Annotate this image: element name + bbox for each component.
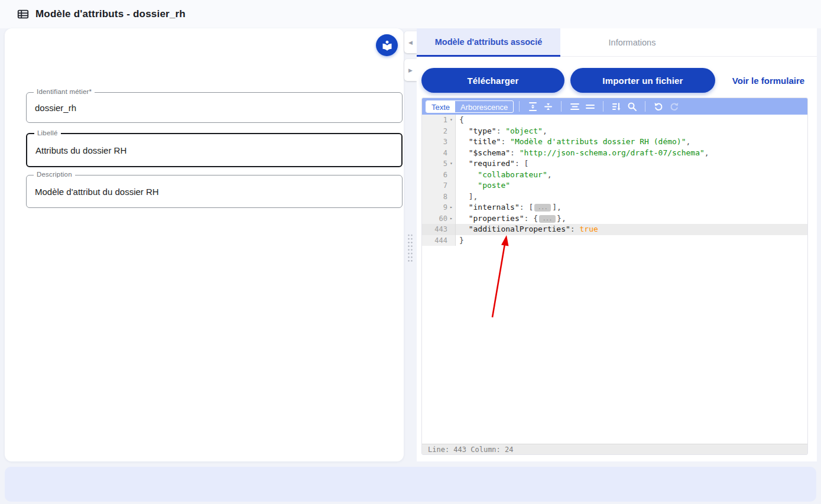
code-line-content[interactable]: ], bbox=[456, 191, 807, 203]
description-input[interactable] bbox=[27, 175, 402, 207]
json-punctuation: : bbox=[497, 126, 506, 135]
code-line-content[interactable]: "properties": {...}, bbox=[456, 213, 807, 225]
json-string-value: "Modèle d'attributs dossier RH (démo)" bbox=[510, 137, 686, 146]
collapsed-content-badge[interactable]: ... bbox=[534, 204, 551, 212]
compact-json-icon[interactable] bbox=[582, 100, 598, 113]
editor-status-bar: Line: 443 Column: 24 bbox=[422, 444, 807, 454]
tab-modele-attributs-associe[interactable]: Modèle d'attributs associé bbox=[417, 28, 560, 57]
panel-resize-handle[interactable] bbox=[407, 233, 413, 262]
json-punctuation: : bbox=[501, 137, 510, 146]
tabbar: Modèle d'attributs associé Informations bbox=[417, 28, 817, 57]
collapsed-content-badge[interactable]: ... bbox=[539, 215, 556, 223]
code-line-content[interactable]: "poste" bbox=[456, 180, 807, 191]
mode-tree-button[interactable]: Arborescence bbox=[455, 101, 513, 112]
book-icon bbox=[381, 40, 393, 51]
json-punctuation bbox=[459, 225, 469, 233]
line-number: 8 bbox=[443, 191, 447, 203]
search-icon[interactable] bbox=[624, 100, 640, 113]
gutter: 1▾ bbox=[422, 115, 456, 126]
expand-right-panel-button[interactable]: ▶ bbox=[404, 59, 417, 81]
redo-icon[interactable] bbox=[666, 100, 682, 113]
code-line-content[interactable]: { bbox=[456, 115, 807, 126]
identifiant-metier-field: Identifiant métier* bbox=[26, 92, 403, 123]
json-boolean-value: true bbox=[580, 225, 598, 233]
editor-line[interactable]: 1▾{ bbox=[422, 115, 807, 126]
documentation-button[interactable] bbox=[376, 34, 398, 56]
mode-text-button[interactable]: Texte bbox=[426, 101, 455, 112]
code-line-content[interactable]: "additionalProperties": true bbox=[456, 224, 807, 235]
line-number: 4 bbox=[443, 148, 447, 159]
code-line-content[interactable]: "collaborateur", bbox=[456, 170, 807, 181]
view-form-link[interactable]: Voir le formulaire bbox=[722, 68, 815, 93]
cursor-position-text: Line: 443 Column: 24 bbox=[428, 446, 514, 454]
libelle-input[interactable] bbox=[27, 134, 401, 166]
editor-line[interactable]: 9▸ "internals": [...], bbox=[422, 202, 807, 213]
json-key: "type" bbox=[469, 126, 497, 135]
line-number: 3 bbox=[443, 136, 447, 148]
line-number: 2 bbox=[443, 126, 447, 137]
editor-line[interactable]: 8 ], bbox=[422, 191, 807, 203]
description-label: Description bbox=[34, 171, 75, 178]
json-punctuation: }, bbox=[557, 214, 566, 223]
download-button[interactable]: Télécharger bbox=[421, 68, 564, 93]
json-key: "additionalProperties" bbox=[469, 225, 570, 233]
code-line-content[interactable]: "required": [ bbox=[456, 158, 807, 170]
fold-open-icon[interactable]: ▾ bbox=[447, 158, 455, 170]
code-line-content[interactable]: "type": "object", bbox=[456, 126, 807, 137]
tab-informations[interactable]: Informations bbox=[560, 28, 704, 57]
json-punctuation: { bbox=[459, 115, 464, 124]
fold-closed-icon[interactable]: ▸ bbox=[447, 213, 455, 225]
code-line-content[interactable]: "title": "Modèle d'attributs dossier RH … bbox=[456, 136, 807, 148]
line-number: 7 bbox=[443, 180, 447, 191]
json-punctuation: , bbox=[543, 126, 547, 135]
format-json-icon[interactable] bbox=[567, 100, 582, 113]
gutter: 7 bbox=[422, 180, 456, 191]
json-punctuation bbox=[459, 214, 469, 223]
editor-line[interactable]: 4 "$schema": "http://json-schema.org/dra… bbox=[422, 148, 807, 159]
gutter: 3 bbox=[422, 136, 456, 148]
json-punctuation bbox=[459, 137, 469, 146]
code-line-content[interactable]: "internals": [...], bbox=[456, 202, 807, 213]
page-title: Modèle d'attributs - dossier_rh bbox=[35, 8, 186, 20]
editor-mode-toggle: Texte Arborescence bbox=[426, 100, 514, 113]
gutter: 444 bbox=[422, 235, 456, 246]
json-punctuation: : [ bbox=[515, 159, 528, 168]
code-line-content[interactable]: } bbox=[456, 235, 807, 246]
json-punctuation bbox=[459, 126, 469, 135]
line-number: 5 bbox=[443, 158, 447, 170]
expand-vertical-icon[interactable] bbox=[525, 100, 540, 113]
toolbar-separator bbox=[645, 101, 645, 112]
json-punctuation bbox=[459, 203, 469, 212]
identifiant-metier-label: Identifiant métier* bbox=[34, 88, 95, 95]
editor-line[interactable]: 5▾ "required": [ bbox=[422, 158, 807, 170]
toolbar-separator bbox=[561, 101, 562, 112]
editor-line[interactable]: 7 "poste" bbox=[422, 180, 807, 191]
json-string-value: "collaborateur" bbox=[478, 170, 547, 179]
json-editor-toolbar: Texte Arborescence bbox=[422, 98, 807, 115]
identifiant-metier-input[interactable] bbox=[27, 93, 402, 122]
line-number: 6 bbox=[443, 170, 447, 181]
gutter: 5▾ bbox=[422, 158, 456, 170]
editor-line[interactable]: 3 "title": "Modèle d'attributs dossier R… bbox=[422, 136, 807, 148]
json-key: "properties" bbox=[469, 214, 524, 223]
gutter: 60▸ bbox=[422, 213, 456, 225]
sort-icon[interactable] bbox=[609, 100, 624, 113]
collapse-vertical-icon[interactable] bbox=[540, 100, 556, 113]
toolbar-icons bbox=[514, 100, 682, 113]
editor-line[interactable]: 6 "collaborateur", bbox=[422, 170, 807, 181]
code-line-content[interactable]: "$schema": "http://json-schema.org/draft… bbox=[456, 148, 807, 159]
json-punctuation: , bbox=[705, 148, 709, 157]
json-punctuation: } bbox=[459, 236, 464, 245]
undo-icon[interactable] bbox=[651, 100, 666, 113]
fold-open-icon[interactable]: ▾ bbox=[447, 115, 455, 126]
json-code-area[interactable]: 1▾{2 "type": "object",3 "title": "Modèle… bbox=[422, 115, 807, 444]
attribute-model-icon bbox=[17, 8, 30, 21]
editor-line[interactable]: 2 "type": "object", bbox=[422, 126, 807, 137]
fold-closed-icon[interactable]: ▸ bbox=[447, 202, 455, 213]
json-punctuation: ], bbox=[552, 203, 562, 212]
editor-line[interactable]: 444} bbox=[422, 235, 807, 246]
import-file-button[interactable]: Importer un fichier bbox=[570, 68, 715, 93]
editor-line[interactable]: 443 "additionalProperties": true bbox=[422, 224, 807, 235]
editor-line[interactable]: 60▸ "properties": {...}, bbox=[422, 213, 807, 225]
collapse-left-panel-button[interactable]: ◀ bbox=[404, 31, 417, 53]
